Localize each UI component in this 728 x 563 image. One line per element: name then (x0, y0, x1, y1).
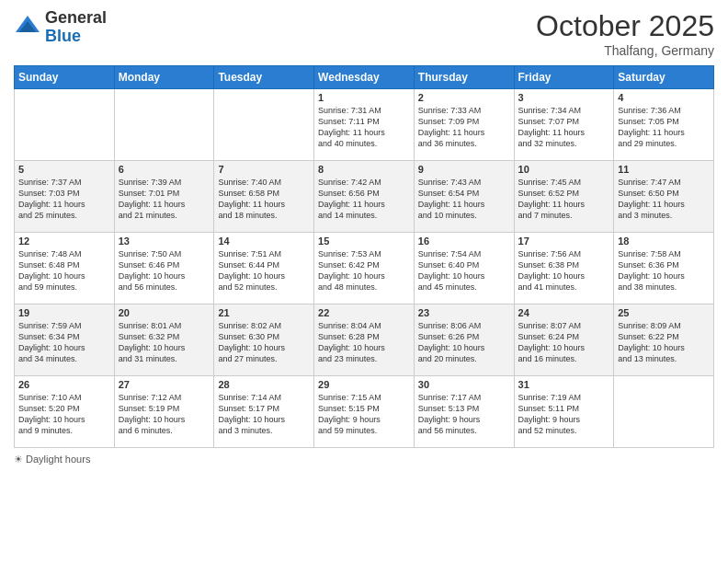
day-info: Sunrise: 7:50 AM Sunset: 6:46 PM Dayligh… (119, 248, 210, 293)
day-header-sunday: Sunday (15, 66, 115, 89)
calendar-cell: 8Sunrise: 7:42 AM Sunset: 6:56 PM Daylig… (314, 161, 415, 233)
day-info: Sunrise: 8:07 AM Sunset: 6:24 PM Dayligh… (518, 320, 610, 365)
week-row-2: 12Sunrise: 7:48 AM Sunset: 6:48 PM Dayli… (15, 233, 714, 304)
day-info: Sunrise: 7:56 AM Sunset: 6:38 PM Dayligh… (518, 248, 610, 293)
day-number: 26 (18, 379, 110, 390)
day-info: Sunrise: 8:02 AM Sunset: 6:30 PM Dayligh… (218, 320, 310, 365)
calendar-header-row: SundayMondayTuesdayWednesdayThursdayFrid… (15, 66, 714, 89)
calendar-cell: 13Sunrise: 7:50 AM Sunset: 6:46 PM Dayli… (114, 233, 214, 304)
day-info: Sunrise: 7:48 AM Sunset: 6:48 PM Dayligh… (18, 248, 110, 293)
day-info: Sunrise: 7:40 AM Sunset: 6:58 PM Dayligh… (218, 177, 310, 222)
calendar-cell: 20Sunrise: 8:01 AM Sunset: 6:32 PM Dayli… (114, 304, 214, 376)
calendar-cell: 12Sunrise: 7:48 AM Sunset: 6:48 PM Dayli… (15, 233, 115, 304)
calendar-cell: 18Sunrise: 7:58 AM Sunset: 6:36 PM Dayli… (614, 233, 714, 304)
calendar-cell (114, 89, 214, 161)
calendar-cell: 15Sunrise: 7:53 AM Sunset: 6:42 PM Dayli… (314, 233, 415, 304)
calendar-table: SundayMondayTuesdayWednesdayThursdayFrid… (14, 65, 714, 448)
month-title: October 2025 (536, 9, 714, 43)
calendar-cell: 14Sunrise: 7:51 AM Sunset: 6:44 PM Dayli… (214, 233, 314, 304)
day-number: 3 (518, 92, 610, 103)
calendar-cell: 16Sunrise: 7:54 AM Sunset: 6:40 PM Dayli… (414, 233, 514, 304)
day-info: Sunrise: 7:53 AM Sunset: 6:42 PM Dayligh… (318, 248, 410, 293)
day-number: 25 (618, 307, 710, 318)
day-number: 4 (618, 92, 710, 103)
day-info: Sunrise: 7:37 AM Sunset: 7:03 PM Dayligh… (18, 177, 110, 222)
calendar-cell: 25Sunrise: 8:09 AM Sunset: 6:22 PM Dayli… (614, 304, 714, 376)
page: General Blue October 2025 Thalfang, Germ… (0, 0, 728, 563)
calendar-cell: 11Sunrise: 7:47 AM Sunset: 6:50 PM Dayli… (614, 161, 714, 233)
day-info: Sunrise: 8:06 AM Sunset: 6:26 PM Dayligh… (418, 320, 510, 365)
calendar-cell: 22Sunrise: 8:04 AM Sunset: 6:28 PM Dayli… (314, 304, 415, 376)
header: General Blue October 2025 Thalfang, Germ… (14, 9, 714, 58)
day-number: 16 (418, 236, 510, 247)
calendar-cell: 31Sunrise: 7:19 AM Sunset: 5:11 PM Dayli… (514, 376, 614, 448)
calendar-cell: 10Sunrise: 7:45 AM Sunset: 6:52 PM Dayli… (514, 161, 614, 233)
day-info: Sunrise: 7:33 AM Sunset: 7:09 PM Dayligh… (418, 105, 510, 150)
calendar-cell: 4Sunrise: 7:36 AM Sunset: 7:05 PM Daylig… (614, 89, 714, 161)
location: Thalfang, Germany (536, 43, 714, 58)
week-row-1: 5Sunrise: 7:37 AM Sunset: 7:03 PM Daylig… (15, 161, 714, 233)
calendar-cell: 29Sunrise: 7:15 AM Sunset: 5:15 PM Dayli… (314, 376, 415, 448)
calendar-cell: 6Sunrise: 7:39 AM Sunset: 7:01 PM Daylig… (114, 161, 214, 233)
day-number: 15 (318, 236, 410, 247)
day-info: Sunrise: 7:17 AM Sunset: 5:13 PM Dayligh… (418, 392, 510, 437)
day-number: 20 (119, 307, 210, 318)
day-number: 31 (518, 379, 610, 390)
day-info: Sunrise: 8:09 AM Sunset: 6:22 PM Dayligh… (618, 320, 710, 365)
day-info: Sunrise: 7:36 AM Sunset: 7:05 PM Dayligh… (618, 105, 710, 150)
day-info: Sunrise: 8:04 AM Sunset: 6:28 PM Dayligh… (318, 320, 410, 365)
logo-icon (14, 14, 41, 41)
day-number: 28 (218, 379, 310, 390)
calendar-cell: 19Sunrise: 7:59 AM Sunset: 6:34 PM Dayli… (15, 304, 115, 376)
day-number: 18 (618, 236, 710, 247)
day-number: 9 (418, 164, 510, 175)
day-info: Sunrise: 7:43 AM Sunset: 6:54 PM Dayligh… (418, 177, 510, 222)
calendar-cell: 3Sunrise: 7:34 AM Sunset: 7:07 PM Daylig… (514, 89, 614, 161)
calendar-cell: 23Sunrise: 8:06 AM Sunset: 6:26 PM Dayli… (414, 304, 514, 376)
day-info: Sunrise: 7:10 AM Sunset: 5:20 PM Dayligh… (18, 392, 110, 437)
day-number: 27 (119, 379, 210, 390)
day-info: Sunrise: 7:42 AM Sunset: 6:56 PM Dayligh… (318, 177, 410, 222)
day-number: 14 (218, 236, 310, 247)
logo: General Blue (14, 9, 107, 46)
day-info: Sunrise: 7:39 AM Sunset: 7:01 PM Dayligh… (119, 177, 210, 222)
day-info: Sunrise: 7:51 AM Sunset: 6:44 PM Dayligh… (218, 248, 310, 293)
day-info: Sunrise: 7:19 AM Sunset: 5:11 PM Dayligh… (518, 392, 610, 437)
calendar-cell: 5Sunrise: 7:37 AM Sunset: 7:03 PM Daylig… (15, 161, 115, 233)
day-number: 24 (518, 307, 610, 318)
logo-general: General (45, 9, 107, 28)
calendar-cell: 7Sunrise: 7:40 AM Sunset: 6:58 PM Daylig… (214, 161, 314, 233)
week-row-0: 1Sunrise: 7:31 AM Sunset: 7:11 PM Daylig… (15, 89, 714, 161)
calendar-cell: 9Sunrise: 7:43 AM Sunset: 6:54 PM Daylig… (414, 161, 514, 233)
week-row-3: 19Sunrise: 7:59 AM Sunset: 6:34 PM Dayli… (15, 304, 714, 376)
calendar-cell: 17Sunrise: 7:56 AM Sunset: 6:38 PM Dayli… (514, 233, 614, 304)
calendar-cell: 21Sunrise: 8:02 AM Sunset: 6:30 PM Dayli… (214, 304, 314, 376)
week-row-4: 26Sunrise: 7:10 AM Sunset: 5:20 PM Dayli… (15, 376, 714, 448)
day-number: 30 (418, 379, 510, 390)
logo-text: General Blue (45, 9, 107, 46)
day-number: 13 (119, 236, 210, 247)
day-number: 7 (218, 164, 310, 175)
day-number: 21 (218, 307, 310, 318)
calendar-cell: 26Sunrise: 7:10 AM Sunset: 5:20 PM Dayli… (15, 376, 115, 448)
day-header-thursday: Thursday (414, 66, 514, 89)
day-info: Sunrise: 7:15 AM Sunset: 5:15 PM Dayligh… (318, 392, 410, 437)
day-number: 17 (518, 236, 610, 247)
day-info: Sunrise: 7:59 AM Sunset: 6:34 PM Dayligh… (18, 320, 110, 365)
day-header-tuesday: Tuesday (214, 66, 314, 89)
day-number: 8 (318, 164, 410, 175)
day-number: 22 (318, 307, 410, 318)
day-info: Sunrise: 7:12 AM Sunset: 5:19 PM Dayligh… (119, 392, 210, 437)
day-number: 29 (318, 379, 410, 390)
day-info: Sunrise: 7:31 AM Sunset: 7:11 PM Dayligh… (318, 105, 410, 150)
day-number: 2 (418, 92, 510, 103)
legend: ☀ Daylight hours (14, 454, 714, 465)
day-number: 11 (618, 164, 710, 175)
calendar-cell: 24Sunrise: 8:07 AM Sunset: 6:24 PM Dayli… (514, 304, 614, 376)
day-number: 5 (18, 164, 110, 175)
day-header-friday: Friday (514, 66, 614, 89)
day-header-wednesday: Wednesday (314, 66, 415, 89)
day-number: 1 (318, 92, 410, 103)
day-info: Sunrise: 7:14 AM Sunset: 5:17 PM Dayligh… (218, 392, 310, 437)
calendar-cell: 27Sunrise: 7:12 AM Sunset: 5:19 PM Dayli… (114, 376, 214, 448)
